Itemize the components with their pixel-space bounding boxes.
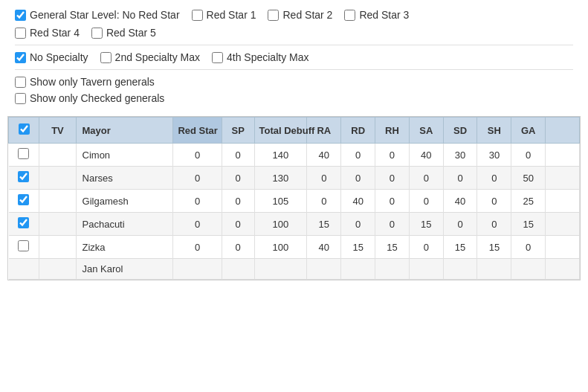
no-specialty-filter[interactable]: No Specialty: [15, 51, 88, 63]
red-star-3-label[interactable]: Red Star 3: [359, 9, 409, 21]
row-sa: 0: [409, 167, 443, 190]
generals-table-container: TV Mayor Red Star SP Total Debuff RA RD …: [7, 116, 581, 280]
red-star-5-label[interactable]: Red Star 5: [106, 27, 156, 39]
specialty-2-filter[interactable]: 2nd Specialty Max: [100, 51, 200, 63]
header-tv: TV: [39, 118, 76, 144]
checked-filter[interactable]: Show only Checked generals: [15, 92, 164, 104]
select-all-checkbox[interactable]: [19, 123, 30, 135]
divider-2: [15, 69, 573, 70]
tavern-label[interactable]: Show only Tavern generals: [30, 76, 155, 88]
row-rd: 15: [341, 236, 375, 259]
row-ga: 0: [511, 144, 546, 167]
row-checkbox-cell[interactable]: [9, 213, 39, 236]
row-rh: 0: [375, 144, 410, 167]
row-sa: 15: [409, 213, 443, 236]
row-sa: [409, 259, 443, 280]
header-mayor: Mayor: [76, 118, 173, 144]
row-red-star: 0: [173, 167, 222, 190]
specialty-4-label[interactable]: 4th Specialty Max: [227, 51, 309, 63]
row-sp: [222, 259, 254, 280]
row-ra: 0: [307, 167, 341, 190]
row-red-star: [173, 259, 222, 280]
row-sh: 0: [477, 167, 511, 190]
header-sd: SD: [443, 118, 477, 144]
star-level-row: General Star Level: No Red Star Red Star…: [15, 9, 573, 21]
red-star-1-checkbox[interactable]: [192, 10, 203, 21]
red-star-4-checkbox[interactable]: [15, 28, 26, 39]
row-red-star: 0: [173, 213, 222, 236]
row-sd: 0: [443, 167, 477, 190]
header-check[interactable]: [9, 118, 39, 144]
row-ga: 15: [511, 213, 546, 236]
tavern-filter[interactable]: Show only Tavern generals: [15, 76, 155, 88]
row-checkbox-cell[interactable]: [9, 259, 39, 280]
row-sh: 0: [477, 213, 511, 236]
specialty-4-checkbox[interactable]: [212, 52, 223, 63]
row-rh: 15: [375, 236, 410, 259]
row-checkbox-cell[interactable]: [9, 167, 39, 190]
row-tv: [39, 213, 76, 236]
table-body: Cimon0014040004030300Narses0013000000050…: [9, 144, 580, 280]
row-ra: [307, 259, 341, 280]
red-star-5-filter[interactable]: Red Star 5: [91, 27, 156, 39]
row-checkbox-cell[interactable]: [9, 144, 39, 167]
row-tv: [39, 167, 76, 190]
row-mayor: Jan Karol: [76, 259, 173, 280]
row-ga: 50: [511, 167, 546, 190]
table-row: Pachacuti001001500150015: [9, 213, 580, 236]
red-star-3-filter[interactable]: Red Star 3: [344, 9, 409, 21]
row-checkbox[interactable]: [18, 194, 29, 205]
row-checkbox-cell[interactable]: [9, 236, 39, 259]
row-red-star: 0: [173, 236, 222, 259]
row-checkbox[interactable]: [18, 148, 29, 159]
row-rh: 0: [375, 190, 410, 213]
header-more: [546, 118, 580, 144]
red-star-4-label[interactable]: Red Star 4: [30, 27, 80, 39]
row-sd: 30: [443, 144, 477, 167]
row-checkbox-cell[interactable]: [9, 190, 39, 213]
specialty-2-checkbox[interactable]: [100, 52, 112, 63]
row-extra: [546, 144, 580, 167]
no-specialty-label[interactable]: No Specialty: [30, 51, 88, 63]
row-mayor: Pachacuti: [76, 213, 173, 236]
show-only-row: Show only Tavern generals Show only Chec…: [15, 76, 573, 104]
red-star-4-filter[interactable]: Red Star 4: [15, 27, 80, 39]
red-star-2-filter[interactable]: Red Star 2: [268, 9, 332, 21]
no-red-star-filter[interactable]: General Star Level: No Red Star: [15, 9, 180, 21]
no-specialty-checkbox[interactable]: [15, 52, 26, 63]
red-star-3-checkbox[interactable]: [344, 10, 355, 21]
no-red-star-label[interactable]: General Star Level: No Red Star: [30, 9, 180, 21]
tavern-checkbox[interactable]: [15, 77, 26, 88]
row-tv: [39, 144, 76, 167]
row-rh: 0: [375, 213, 410, 236]
row-sp: 0: [222, 190, 254, 213]
row-rd: 40: [341, 190, 375, 213]
checked-only-label[interactable]: Show only Checked generals: [30, 92, 164, 104]
row-extra: [546, 167, 580, 190]
row-rh: 0: [375, 167, 410, 190]
red-star-5-checkbox[interactable]: [91, 28, 103, 39]
row-rh: [375, 259, 410, 280]
red-star-1-filter[interactable]: Red Star 1: [192, 9, 256, 21]
row-checkbox[interactable]: [18, 217, 29, 228]
red-star-2-label[interactable]: Red Star 2: [282, 9, 332, 21]
row-ra: 40: [307, 144, 341, 167]
row-checkbox[interactable]: [18, 171, 29, 182]
row-extra: [546, 213, 580, 236]
filter-section: General Star Level: No Red Star Red Star…: [0, 0, 588, 116]
red-star-1-label[interactable]: Red Star 1: [207, 9, 256, 21]
specialty-2-label[interactable]: 2nd Specialty Max: [115, 51, 200, 63]
red-star-2-checkbox[interactable]: [268, 10, 279, 21]
checked-only-checkbox[interactable]: [15, 93, 26, 104]
specialty-4-filter[interactable]: 4th Specialty Max: [212, 51, 309, 63]
divider-1: [15, 45, 573, 45]
row-mayor: Cimon: [76, 144, 173, 167]
row-total-debuff: [254, 259, 307, 280]
generals-table: TV Mayor Red Star SP Total Debuff RA RD …: [8, 117, 580, 280]
row-total-debuff: 105: [254, 190, 307, 213]
no-red-star-checkbox[interactable]: [15, 10, 26, 21]
row-extra: [546, 259, 580, 280]
row-checkbox[interactable]: [18, 240, 29, 251]
row-total-debuff: 100: [254, 236, 307, 259]
table-row: Zizka00100401515015150: [9, 236, 580, 259]
